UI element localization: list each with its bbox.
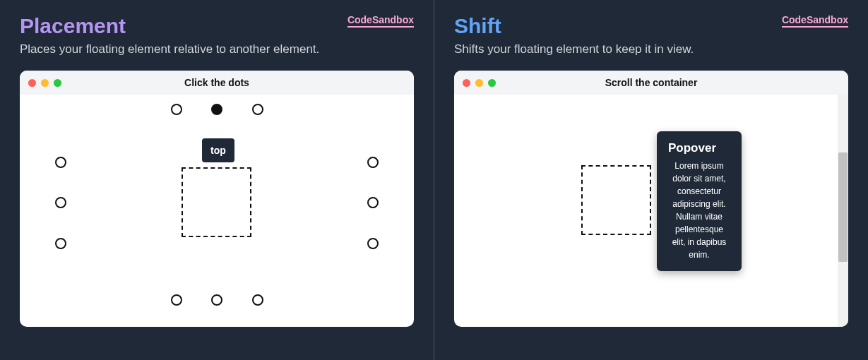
- popover-body: Lorem ipsum dolor sit amet, consectetur …: [668, 160, 730, 261]
- reference-box: [182, 167, 251, 237]
- placement-panel: Placement CodeSandbox Places your floati…: [0, 0, 434, 360]
- window-title: Scroll the container: [454, 77, 848, 88]
- placement-dot-right-start[interactable]: [367, 157, 379, 168]
- placement-dot-top-start[interactable]: [171, 104, 182, 115]
- scrollbar-track[interactable]: [838, 95, 848, 327]
- placement-dot-right[interactable]: [367, 197, 379, 208]
- section-title: Shift: [454, 14, 501, 38]
- section-title: Placement: [20, 14, 126, 38]
- placement-dot-bottom[interactable]: [211, 294, 222, 306]
- placement-dot-left-end[interactable]: [55, 238, 66, 249]
- codesandbox-link[interactable]: CodeSandbox: [347, 14, 414, 28]
- scroll-container[interactable]: Popover Lorem ipsum dolor sit amet, cons…: [454, 95, 848, 327]
- section-subtitle: Places your floating element relative to…: [20, 42, 414, 56]
- close-icon: [28, 79, 36, 87]
- panel-header: Shift CodeSandbox: [454, 14, 848, 42]
- close-icon: [463, 79, 470, 87]
- placement-dot-top[interactable]: [211, 104, 222, 115]
- shift-panel: Shift CodeSandbox Shifts your floating e…: [434, 0, 868, 360]
- section-subtitle: Shifts your floating element to keep it …: [454, 42, 848, 56]
- panel-header: Placement CodeSandbox: [20, 14, 414, 42]
- window-body: top: [20, 95, 414, 327]
- placement-dot-bottom-end[interactable]: [252, 294, 263, 306]
- traffic-lights: [463, 79, 496, 87]
- demo-window: Scroll the container Popover Lorem ipsum…: [454, 71, 848, 327]
- tooltip: top: [202, 138, 234, 162]
- traffic-lights: [28, 79, 61, 87]
- reference-box: [581, 165, 651, 235]
- minimize-icon: [475, 79, 483, 87]
- placement-dot-bottom-start[interactable]: [171, 294, 182, 306]
- window-title: Click the dots: [20, 77, 414, 88]
- placement-dot-right-end[interactable]: [367, 238, 379, 249]
- placement-dot-top-end[interactable]: [252, 104, 263, 115]
- codesandbox-link[interactable]: CodeSandbox: [782, 14, 848, 28]
- window-titlebar: Click the dots: [20, 71, 414, 95]
- scrollbar-thumb[interactable]: [838, 152, 848, 262]
- placement-dot-left-start[interactable]: [55, 157, 66, 168]
- popover: Popover Lorem ipsum dolor sit amet, cons…: [657, 131, 742, 271]
- maximize-icon: [54, 79, 61, 87]
- maximize-icon: [488, 79, 496, 87]
- placement-dot-left[interactable]: [55, 197, 66, 208]
- demo-window: Click the dots top: [20, 71, 414, 327]
- popover-title: Popover: [668, 141, 730, 155]
- minimize-icon: [41, 79, 49, 87]
- window-titlebar: Scroll the container: [454, 71, 848, 95]
